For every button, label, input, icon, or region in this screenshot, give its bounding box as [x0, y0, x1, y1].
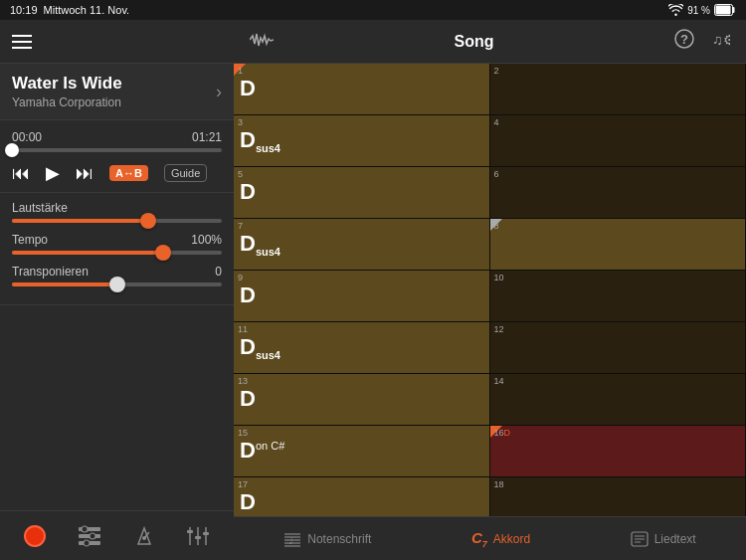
- ab-button[interactable]: A↔B: [109, 165, 148, 181]
- volume-thumb[interactable]: [140, 213, 156, 229]
- tempo-value: 100%: [191, 233, 222, 247]
- chord-cell-4[interactable]: 4: [490, 115, 747, 166]
- cell-number: 4: [494, 117, 499, 127]
- metronome-icon: [133, 524, 155, 548]
- chord-grid[interactable]: 1 D 2 3 Dsus4 4 5: [234, 64, 746, 516]
- sidebar-header: [0, 20, 234, 64]
- chord-cell-10[interactable]: 10: [490, 271, 747, 321]
- cell-number: 6: [494, 169, 499, 179]
- chord-cell-7[interactable]: 7 Dsus4: [234, 219, 490, 270]
- chord-name: Dsus4: [240, 334, 280, 361]
- transport-section: 00:00 01:21 ⏮ ▶ ⏭ A↔B Guide: [0, 120, 234, 193]
- chord-row-4: 7 Dsus4 8: [234, 219, 746, 271]
- tracks-button[interactable]: [73, 521, 106, 551]
- progress-thumb[interactable]: [5, 143, 19, 157]
- chord-cell-13[interactable]: 13 D: [234, 374, 490, 425]
- tab-akkord[interactable]: C7 Akkord: [460, 529, 542, 549]
- sidebar-bottom: [0, 510, 234, 560]
- chord-row-8: 15 Don C# 16 D: [234, 426, 746, 477]
- cell-number: 12: [494, 324, 504, 334]
- transpose-value: 0: [215, 265, 222, 279]
- chord-row-5: 9 D 10: [234, 271, 746, 322]
- chord-name: Dsus4: [240, 127, 280, 154]
- song-info-text: Water Is Wide Yamaha Corporation: [12, 74, 208, 109]
- mixer-button[interactable]: [182, 521, 214, 551]
- chord-cell-18[interactable]: 18: [490, 477, 747, 516]
- chord-cell-15[interactable]: 15 Don C#: [234, 426, 490, 476]
- cell-number: 10: [494, 273, 504, 282]
- volume-track[interactable]: [12, 219, 222, 223]
- chord-cell-9[interactable]: 9 D: [234, 271, 490, 321]
- score-icon: ♩: [283, 531, 301, 547]
- svg-rect-13: [187, 530, 193, 533]
- mixer-icon: [186, 525, 210, 547]
- svg-rect-14: [195, 536, 201, 539]
- volume-slider-row: Lautstärke: [12, 201, 222, 223]
- cell-number: 16: [494, 428, 504, 438]
- chord-row-2: 3 Dsus4 4: [234, 115, 746, 167]
- settings-icon: ♫⚙: [710, 29, 730, 49]
- help-button[interactable]: ?: [674, 29, 694, 54]
- time-total: 01:21: [192, 130, 222, 144]
- lyrics-icon: [631, 531, 649, 547]
- cell-number: 13: [238, 376, 248, 386]
- svg-text:♫⚙: ♫⚙: [712, 32, 730, 48]
- chord-cell-12[interactable]: 12: [490, 322, 747, 373]
- progress-bar[interactable]: [12, 148, 222, 152]
- song-info[interactable]: Water Is Wide Yamaha Corporation ›: [0, 64, 234, 120]
- tempo-thumb[interactable]: [155, 245, 171, 261]
- chevron-right-icon: ›: [216, 82, 222, 102]
- hamburger-menu[interactable]: [12, 35, 32, 49]
- chord-cell-5[interactable]: 5 D: [234, 167, 490, 218]
- chord-cell-16[interactable]: 16 D: [490, 426, 747, 476]
- tempo-label-row: Tempo 100%: [12, 233, 222, 247]
- rewind-button[interactable]: ⏮: [12, 163, 30, 184]
- chord-cell-11[interactable]: 11 Dsus4: [234, 322, 490, 373]
- play-button[interactable]: ▶: [46, 162, 60, 184]
- battery-icon: [714, 4, 736, 16]
- status-left: 10:19 Mittwoch 11. Nov.: [10, 4, 129, 16]
- status-right: 91 %: [668, 4, 736, 16]
- cell-number: 8: [494, 221, 499, 231]
- guide-button[interactable]: Guide: [164, 164, 207, 182]
- chord-name: Dsus4: [240, 231, 280, 258]
- svg-point-7: [84, 540, 90, 546]
- metronome-button[interactable]: [129, 520, 159, 552]
- tab-notenschrift[interactable]: ♩ Notenschrift: [272, 531, 383, 547]
- sidebar: Water Is Wide Yamaha Corporation › 00:00…: [0, 20, 234, 560]
- chord-cell-17[interactable]: 17 D: [234, 477, 490, 516]
- chord-cell-2[interactable]: 2: [490, 64, 747, 114]
- cell-number: 14: [494, 376, 504, 386]
- chord-cell-14[interactable]: 14: [490, 374, 747, 425]
- chord-cell-1[interactable]: 1 D: [234, 64, 490, 114]
- time-row: 00:00 01:21: [12, 130, 222, 144]
- tempo-track[interactable]: [12, 251, 222, 255]
- help-icon: ?: [674, 29, 694, 49]
- volume-label: Lautstärke: [12, 201, 68, 215]
- waveform-icon: [250, 32, 274, 52]
- svg-point-6: [90, 533, 95, 539]
- chord-name: Don C#: [240, 438, 284, 464]
- transpose-track[interactable]: [12, 282, 222, 286]
- chord-name: D: [240, 179, 256, 205]
- tracks-icon: [77, 525, 102, 547]
- transpose-thumb[interactable]: [109, 277, 125, 292]
- record-icon: [24, 525, 46, 547]
- cell-number: 11: [238, 324, 248, 334]
- chord-cell-6[interactable]: 6: [490, 167, 747, 218]
- record-button[interactable]: [20, 521, 50, 551]
- tempo-fill: [12, 251, 163, 255]
- slider-section: Lautstärke Tempo 100%: [0, 193, 234, 305]
- tempo-label: Tempo: [12, 233, 48, 247]
- chord-name: D: [240, 282, 256, 308]
- svg-rect-1: [716, 6, 731, 15]
- chord-cell-3[interactable]: 3 Dsus4: [234, 115, 490, 166]
- waveform-svg: [250, 32, 274, 48]
- fast-forward-button[interactable]: ⏭: [76, 163, 93, 184]
- volume-label-row: Lautstärke: [12, 201, 222, 215]
- settings-button[interactable]: ♫⚙: [710, 29, 730, 54]
- chord-row-3: 5 D 6: [234, 167, 746, 219]
- chord-cell-8[interactable]: 8: [490, 219, 747, 270]
- song-title: Water Is Wide: [12, 74, 208, 93]
- tab-liedtext[interactable]: Liedtext: [619, 531, 708, 547]
